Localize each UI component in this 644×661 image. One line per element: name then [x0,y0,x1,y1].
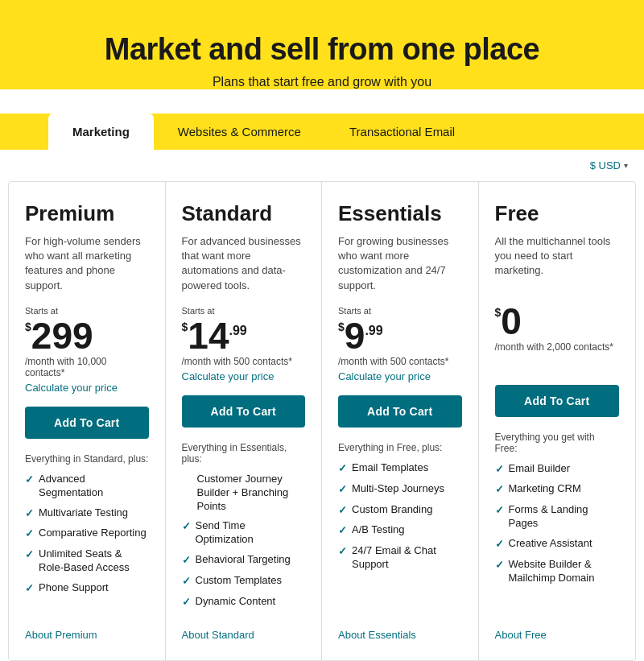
about-link-premium[interactable]: About Premium [25,629,149,641]
add-to-cart-free[interactable]: Add To Cart [495,385,620,417]
price-amount-standard: 14 [188,317,229,354]
plans-container: Premium For high-volume senders who want… [0,181,644,661]
currency-selector[interactable]: $ USD ▾ [590,159,628,171]
calc-link-standard[interactable]: Calculate your price [182,370,306,382]
check-icon: ✓ [182,596,191,609]
price-decimal-standard: .99 [229,324,246,338]
check-icon: ✓ [182,575,191,589]
price-currency-free: $ [495,306,502,319]
about-link-standard[interactable]: About Standard [182,629,306,641]
feature-item: Customer Journey Builder + Branching Poi… [182,473,306,514]
features-heading-essentials: Everything in Free, plus: [338,442,462,453]
plan-card-free: Free All the multichannel tools you need… [479,182,636,660]
hero-title: Market and sell from one place [16,32,628,67]
feature-item: ✓Website Builder & Mailchimp Domain [495,558,620,585]
tab-marketing[interactable]: Marketing [48,114,154,150]
price-period-premium: /month with 10,000 contacts* [25,356,149,378]
plan-desc-free: All the multichannel tools you need to s… [495,234,620,279]
price-amount-premium: 299 [31,317,93,354]
price-currency-premium: $ [25,320,31,333]
feature-item: ✓Email Builder [495,462,620,477]
check-icon: ✓ [495,559,504,572]
feature-item: ✓Forms & Landing Pages [495,503,620,531]
check-icon: ✓ [182,520,191,534]
hero-subtitle: Plans that start free and grow with you [16,75,628,89]
tabs-wrapper: Marketing Websites & Commerce Transactio… [0,114,644,150]
plan-card-essentials: Essentials For growing businesses who wa… [322,182,479,660]
currency-label: $ USD [590,159,621,171]
feature-list-essentials: ✓Email Templates✓Multi-Step Journeys✓Cus… [338,461,462,616]
price-label-premium: Starts at [25,306,149,316]
plan-desc-standard: For advanced businesses that want more a… [182,234,306,293]
plan-desc-premium: For high-volume senders who want all mar… [25,234,149,293]
plan-name-free: Free [495,201,620,226]
plan-card-standard: Standard For advanced businesses that wa… [166,182,323,660]
feature-item: ✓Marketing CRM [495,482,620,497]
check-icon: ✓ [25,527,34,541]
plan-name-essentials: Essentials [338,201,462,226]
about-link-free[interactable]: About Free [495,629,620,641]
tab-transactional-email[interactable]: Transactional Email [325,114,479,150]
hero-section: Feedback Market and sell from one place … [0,0,644,89]
check-icon: ✓ [495,463,504,477]
features-heading-standard: Everything in Essentials, plus: [182,442,306,465]
plans-grid: Premium For high-volume senders who want… [8,181,636,661]
plan-name-standard: Standard [182,201,306,226]
feature-list-standard: Customer Journey Builder + Branching Poi… [182,473,306,616]
price-period-free: /month with 2,000 contacts* [495,341,620,353]
price-period-essentials: /month with 500 contacts* [338,356,462,367]
feature-item: ✓Send Time Optimization [182,519,306,547]
feature-item: ✓Multivariate Testing [25,506,149,521]
feature-item: ✓Custom Templates [182,574,306,589]
feature-item: ✓24/7 Email & Chat Support [338,544,462,572]
feature-item: ✓Unlimited Seats & Role-Based Access [25,547,149,575]
check-icon: ✓ [25,548,34,562]
check-icon: ✓ [495,504,504,518]
feature-item: ✓Dynamic Content [182,595,306,609]
price-row-essentials: $ 9 .99 [338,317,462,354]
feature-item: ✓Comparative Reporting [25,527,149,541]
plan-card-premium: Premium For high-volume senders who want… [9,182,166,660]
price-currency-standard: $ [182,320,188,333]
calc-link-premium[interactable]: Calculate your price [25,382,149,394]
feature-item: ✓Phone Support [25,581,149,596]
features-heading-premium: Everything in Standard, plus: [25,453,149,465]
price-row-free: $ 0 [495,303,620,340]
check-icon: ✓ [25,473,34,487]
chevron-down-icon: ▾ [624,161,628,170]
check-icon: ✓ [25,582,34,596]
add-to-cart-premium[interactable]: Add To Cart [25,407,149,439]
add-to-cart-essentials[interactable]: Add To Cart [338,395,462,428]
feature-item: ✓A/B Testing [338,523,462,538]
features-heading-free: Everything you get with Free: [495,432,620,454]
feature-item: ✓Multi-Step Journeys [338,482,462,497]
price-period-standard: /month with 500 contacts* [182,356,306,367]
feature-list-free: ✓Email Builder✓Marketing CRM✓Forms & Lan… [495,462,620,616]
check-icon: ✓ [338,504,347,518]
check-icon: ✓ [495,538,504,552]
calc-link-essentials[interactable]: Calculate your price [338,370,462,382]
check-icon: ✓ [338,462,347,476]
check-icon: ✓ [182,554,191,568]
price-amount-free: 0 [501,303,522,340]
feature-item: ✓Creative Assistant [495,537,620,552]
price-amount-essentials: 9 [345,317,365,354]
feature-list-premium: ✓Advanced Segmentation✓Multivariate Test… [25,473,149,616]
check-icon: ✓ [25,507,34,521]
price-decimal-essentials: .99 [365,324,382,338]
tab-websites-commerce[interactable]: Websites & Commerce [154,114,325,150]
price-label-standard: Starts at [182,306,306,316]
about-link-essentials[interactable]: About Essentials [338,629,462,641]
price-currency-essentials: $ [338,320,345,333]
price-row-standard: $ 14 .99 [182,317,306,354]
add-to-cart-standard[interactable]: Add To Cart [182,395,306,428]
feature-item: ✓Email Templates [338,461,462,476]
feature-item: ✓Custom Branding [338,503,462,518]
feature-item: ✓Advanced Segmentation [25,473,149,500]
check-icon: ✓ [495,483,504,497]
price-row-premium: $ 299 [25,317,149,354]
currency-bar: $ USD ▾ [0,150,644,181]
check-icon: ✓ [338,524,347,538]
price-label-essentials: Starts at [338,306,462,316]
plan-name-premium: Premium [25,201,149,226]
